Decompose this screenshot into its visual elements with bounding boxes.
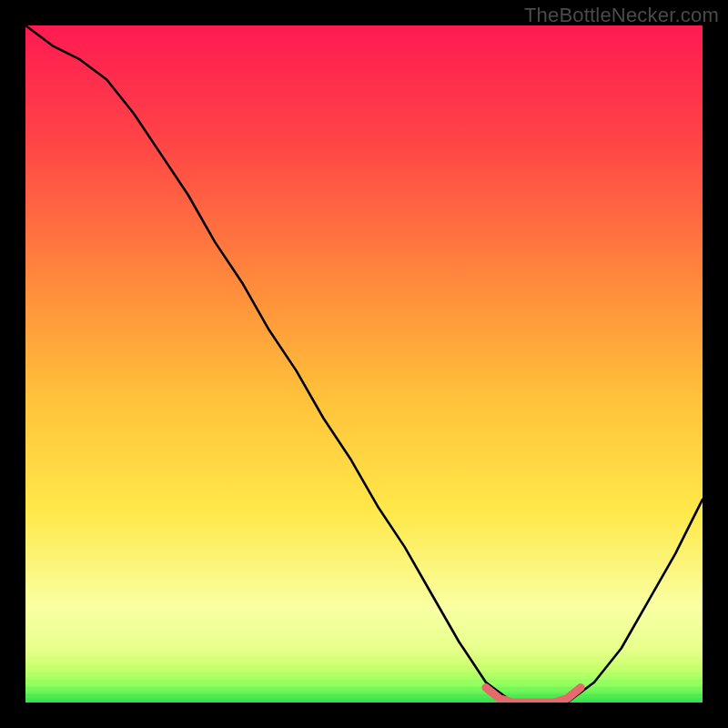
chart-stage: TheBottleNecker.com (0, 0, 728, 728)
chart-svg (25, 25, 703, 703)
watermark-text: TheBottleNecker.com (524, 4, 719, 27)
plot-area (25, 25, 703, 703)
gradient-background (25, 25, 703, 703)
